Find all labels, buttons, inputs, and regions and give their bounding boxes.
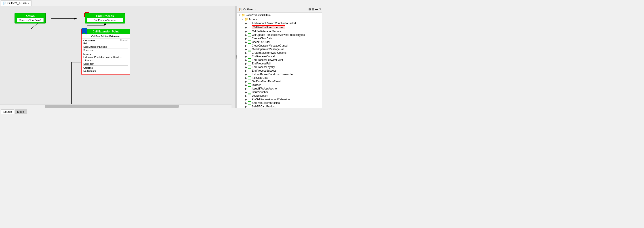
item-label-5: CancelClearData [252, 37, 272, 40]
outline-panel: 📋 Outline × ⊡ ⊞ — □ ▼ 📁 Pos/Product/Sell… [237, 6, 322, 108]
item-expand-20[interactable]: ▶ [245, 91, 248, 94]
item-expand-16[interactable]: ▶ [245, 77, 248, 79]
item-label-15: ExtractBasketDataFromTransaction [252, 73, 294, 76]
tree-item-log[interactable]: ▶ LogException [237, 94, 322, 98]
item-icon-3 [248, 30, 251, 33]
tree-item-end-fail[interactable]: ▶ EndProcessFail [237, 62, 322, 65]
tree-item-add-product[interactable]: ▶ AddProductRewardVoucherToBasket [237, 22, 322, 25]
tab-close-icon[interactable]: × [28, 2, 30, 5]
tree-item-clear-fail[interactable]: ▶ ClearOperatorMessageFail [237, 48, 322, 51]
item-expand-13[interactable]: ▶ [245, 66, 248, 69]
item-expand-22[interactable]: ▶ [245, 98, 248, 101]
tree-actions-group[interactable]: ▼ 📁 Actions [237, 17, 322, 22]
tree-item-end-cancel[interactable]: ▶ EndProcessCancel [237, 55, 322, 58]
tab-source[interactable]: Source [1, 109, 14, 114]
item-icon-9 [248, 51, 251, 54]
tree-item-getdata[interactable]: ▶ GetDataFromDataEvent [237, 80, 322, 83]
item-expand-4[interactable]: ▶ [245, 34, 248, 36]
canvas-scrollbar-thumb[interactable] [45, 105, 179, 108]
item-expand-23[interactable]: ▶ [245, 102, 248, 104]
item-icon-16 [248, 76, 251, 79]
item-expand-11[interactable]: ▶ [245, 59, 248, 61]
canvas-area[interactable]: Action SuccessClearData2 End Process End… [0, 6, 235, 108]
tree-item-end-exit[interactable]: ▶ EndProcessExitWithEvent [237, 58, 322, 62]
item-expand-12[interactable]: ▶ [245, 62, 248, 65]
no-outputs: No Outputs [83, 69, 128, 73]
item-expand-21[interactable]: ▶ [245, 95, 248, 97]
tree-item-callsell[interactable]: ▶ CallSellAlterationService [237, 30, 322, 33]
tab-model-label: Model [17, 110, 24, 113]
tree-item-fail-clear[interactable]: ▶ FailClearData [237, 76, 322, 80]
item-label-14: EndProcessSuccess [252, 69, 276, 72]
item-expand-3[interactable]: ▶ [245, 30, 248, 33]
item-expand-24[interactable]: ▶ [245, 105, 248, 108]
item-expand-15[interactable]: ▶ [245, 73, 248, 76]
item-expand-19[interactable]: ▶ [245, 88, 248, 90]
item-icon-22 [248, 98, 251, 101]
outline-ctrl-btn4[interactable]: □ [319, 8, 321, 11]
item-icon-14 [248, 69, 251, 72]
file-tab[interactable]: 📄 SellItem_1.0.xml × [1, 1, 32, 6]
tree-item-extract[interactable]: ▶ ExtractBasketDataFromTransaction [237, 73, 322, 76]
item-icon-11 [248, 58, 251, 62]
action1-node[interactable]: Action SuccessClearData2 [14, 13, 46, 24]
item-label-2-highlighted: CallPostSellItemExtension [252, 25, 285, 29]
item-expand-14[interactable]: ▶ [245, 70, 248, 72]
outline-tree[interactable]: ▼ 📁 Pos/Product/SellItem ▼ 📁 Actions ▶ A… [237, 13, 322, 108]
item-expand-9[interactable]: ▶ [245, 52, 248, 54]
tree-item-check[interactable]: ▶ CheckForOrder [237, 40, 322, 44]
unused-label: Unused [120, 39, 128, 42]
item-icon-13 [248, 66, 251, 69]
content-area: Action SuccessClearData2 End Process End… [0, 6, 322, 108]
tab-model[interactable]: Model [15, 109, 27, 114]
tree-item-issue-voucher[interactable]: ▶ IssueVoucher [237, 90, 322, 94]
tree-item-presell[interactable]: ▶ PreSellKnownProductExtension [237, 98, 322, 101]
outline-ctrl-btn2[interactable]: ⊞ [312, 8, 314, 11]
tree-item-end-success[interactable]: ▶ EndProcessSuccess [237, 69, 322, 73]
tree-item-create[interactable]: ▶ CreateSalesItemWithOptions [237, 51, 322, 55]
item-icon-18 [248, 83, 251, 87]
item-icon-20 [248, 91, 251, 94]
input-sales-item: SalesItem [83, 62, 128, 66]
tree-item-isorder[interactable]: ▶ IsOrder [237, 83, 322, 87]
outcome-fail: Fail [83, 42, 128, 45]
item-expand-6[interactable]: ▶ [245, 41, 248, 43]
tree-item-cancel[interactable]: ▶ CancelClearData [237, 37, 322, 40]
end-process-node[interactable]: End Process EndProcessSuccess [85, 13, 125, 24]
item-expand-7[interactable]: ▶ [245, 45, 248, 47]
item-expand-10[interactable]: ▶ [245, 55, 248, 58]
inputs-label: Inputs [83, 53, 91, 56]
item-label-9: CreateSalesItemWithOptions [252, 51, 286, 54]
tree-item-callpost[interactable]: ▶ CallPostSellItemExtension [237, 25, 322, 30]
root-expand-icon[interactable]: ▼ [239, 14, 241, 16]
resize-handle[interactable] [235, 6, 237, 108]
tree-item-sell-bizserba[interactable]: ▶ SellFromBizerbaScales [237, 101, 322, 105]
canvas-scrollbar[interactable] [0, 104, 232, 108]
input-extension-point: ExtensionPointId = PostSellItemE... [83, 56, 128, 59]
tree-item-clear-cancel[interactable]: ▶ ClearOperatorMessageCancel [237, 44, 322, 48]
item-expand-2[interactable]: ▶ [245, 26, 248, 29]
tree-item-end-loyalty[interactable]: ▶ EndProcessLoyalty [237, 65, 322, 69]
outline-close-icon[interactable]: × [254, 8, 256, 11]
outline-controls: ⊡ ⊞ — □ [308, 8, 321, 11]
item-expand-17[interactable]: ▶ [245, 80, 248, 83]
item-expand-5[interactable]: ▶ [245, 37, 248, 40]
action1-label: Action [17, 14, 44, 18]
item-label-4: CallUpdateTransactionAllowedProductTypes [252, 33, 305, 37]
call-extension-box[interactable]: Call Extension Point CallPostSellItemExt… [81, 29, 130, 75]
item-expand-1[interactable]: ▶ [245, 22, 248, 25]
call-extension-header: Call Extension Point [82, 29, 130, 34]
item-icon-23 [248, 101, 251, 105]
item-expand-18[interactable]: ▶ [245, 84, 248, 86]
item-expand-8[interactable]: ▶ [245, 48, 248, 51]
actions-expand-icon[interactable]: ▼ [242, 18, 244, 21]
tree-item-issue-topup[interactable]: ▶ IssueETopUpVoucher [237, 87, 322, 90]
tree-item-callupdate[interactable]: ▶ CallUpdateTransactionAllowedProductTyp… [237, 33, 322, 37]
tree-item-sell-gift[interactable]: ▶ SellGiftCardProduct [237, 105, 322, 108]
item-label-18: IsOrder [252, 83, 261, 87]
item-icon-21 [248, 94, 251, 97]
tree-root-path[interactable]: ▼ 📁 Pos/Product/SellItem [237, 13, 322, 17]
item-label-13: EndProcessLoyalty [252, 66, 275, 69]
outline-ctrl-btn3[interactable]: — [315, 8, 318, 11]
outline-ctrl-btn1[interactable]: ⊡ [308, 8, 311, 11]
